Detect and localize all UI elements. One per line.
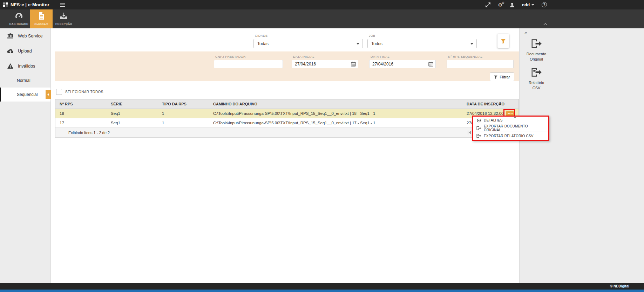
- cnpj-label: CNPJ PRESTADOR: [214, 55, 283, 58]
- data-final-input[interactable]: [369, 60, 436, 68]
- filtrar-button[interactable]: Filtrar: [490, 72, 514, 81]
- fullscreen-icon[interactable]: [486, 2, 490, 7]
- topbar-actions: ⚙⚙ ndd ?: [486, 2, 547, 7]
- rps-sequencial-field-group: N° RPS SEQUENCIAL: [447, 55, 514, 68]
- cell-serie: Seq1: [107, 109, 158, 118]
- menu-icon[interactable]: [60, 3, 65, 7]
- rps-sequencial-input[interactable]: [447, 60, 514, 68]
- copyright-text: © NDDigital: [610, 284, 629, 288]
- data-inicial-input[interactable]: [292, 60, 358, 68]
- app-logo-icon: [3, 2, 8, 7]
- menu-item-label: EXPORTAR DOCUMENTO ORIGINAL: [484, 124, 545, 132]
- select-all-label: SELECIONAR TODOS: [65, 90, 103, 94]
- settings-gears-icon[interactable]: ⚙⚙: [498, 2, 502, 7]
- sidebar-item-sequencial[interactable]: Sequencial: [0, 88, 50, 102]
- column-header-caminho[interactable]: CAMINHO DO ARQUIVO: [209, 99, 462, 109]
- filter-panel: CNPJ PRESTADOR DATA INICIAL DATA FINAL: [55, 51, 519, 81]
- export-doc-label-line1: Documento: [520, 51, 553, 57]
- column-header-data-insercao[interactable]: DATA DE INSERÇÃO: [462, 99, 518, 109]
- document-icon: [39, 12, 45, 21]
- cell-tipo: 1: [158, 109, 209, 118]
- content: CIDADE Todas JOB Todos CNPJ PRESTADOR DA…: [51, 28, 519, 283]
- menu-item-detalhes[interactable]: DETALHES: [473, 117, 548, 124]
- grid-header: Nº RPS SÉRIE TIPO DA RPS CAMINHO DO ARQU…: [55, 99, 518, 109]
- rps-sequencial-label: N° RPS SEQUENCIAL: [447, 55, 514, 58]
- filter-toggle-button[interactable]: [497, 34, 509, 48]
- gauge-icon: [15, 12, 23, 21]
- export-csv-icon: [531, 72, 542, 78]
- collapse-right-panel-icon[interactable]: »: [524, 30, 527, 35]
- sidebar-item-normal[interactable]: Normal: [0, 74, 50, 88]
- tab-recepcao[interactable]: RECEPÇÃO: [53, 9, 75, 28]
- topbar: NFS-e | e-Monitor ⚙⚙ ndd ?: [0, 0, 644, 9]
- cidade-select[interactable]: Todas: [253, 39, 363, 48]
- grid-footer: Exibindo itens 1 - 2 de 2: [55, 128, 518, 137]
- first-page-icon[interactable]: [467, 131, 472, 135]
- menu-item-label: DETALHES: [484, 118, 503, 122]
- export-document-icon: [531, 43, 542, 49]
- job-select[interactable]: Todos: [367, 39, 477, 48]
- sidebar: Web Service Upload Inválidos Normal Sequ…: [0, 28, 51, 283]
- calendar-icon[interactable]: [428, 62, 433, 68]
- cell-nrps: 18: [55, 109, 107, 118]
- cell-data-text: 27/04/2016 12:32:00: [467, 111, 504, 116]
- export-csv-label-line1: Relatório: [520, 80, 553, 85]
- export-csv-icon: [476, 134, 481, 138]
- funnel-icon: [501, 39, 506, 44]
- column-header-serie[interactable]: SÉRIE: [107, 99, 158, 109]
- sidebar-item-label: Inválidos: [18, 64, 35, 69]
- export-document-icon: [476, 126, 481, 130]
- chevron-down-icon: [531, 4, 534, 6]
- results-grid: Nº RPS SÉRIE TIPO DA RPS CAMINHO DO ARQU…: [55, 99, 519, 138]
- bottom-accent-line: [0, 290, 644, 292]
- inbox-download-icon: [60, 12, 68, 21]
- app-title: NFS-e | e-Monitor: [11, 2, 49, 7]
- details-icon: [476, 118, 481, 123]
- user-name: ndd: [522, 2, 530, 7]
- warning-icon: [7, 63, 14, 69]
- data-inicial-label: DATA INICIAL: [292, 55, 358, 58]
- sidebar-item-invalidos[interactable]: Inválidos: [0, 58, 50, 74]
- sidebar-item-label: Upload: [18, 49, 32, 54]
- column-header-nrps[interactable]: Nº RPS: [55, 99, 107, 109]
- cidade-field-group: CIDADE Todas: [253, 34, 363, 48]
- job-field-group: JOB Todos: [367, 34, 477, 48]
- data-inicial-field-group: DATA INICIAL: [292, 55, 358, 68]
- scroll-up-icon[interactable]: [514, 116, 516, 118]
- cell-nrps: 17: [55, 118, 107, 127]
- cell-caminho: C:\Tools\Input\Pirassununga-SP\5.00\TXT\…: [209, 118, 462, 127]
- table-row[interactable]: 18 Seq1 1 C:\Tools\Input\Pirassununga-SP…: [55, 109, 518, 118]
- cnpj-input[interactable]: [214, 60, 283, 68]
- export-documento-original-button[interactable]: Documento Original: [520, 39, 553, 62]
- chevron-down-icon: [470, 43, 473, 45]
- job-label: JOB: [367, 34, 477, 37]
- sidebar-item-label: Web Service: [18, 34, 43, 39]
- cell-serie: Seq1: [107, 118, 158, 127]
- menu-item-exportar-documento-original[interactable]: EXPORTAR DOCUMENTO ORIGINAL: [473, 124, 548, 132]
- active-item-marker-icon: [46, 90, 51, 99]
- tab-label: DASHBOARD: [9, 22, 28, 26]
- cidade-label: CIDADE: [253, 34, 363, 37]
- export-csv-label-line2: CSV: [520, 85, 553, 91]
- main-area: Web Service Upload Inválidos Normal Sequ…: [0, 28, 644, 283]
- table-row[interactable]: 17 Seq1 1 C:\Tools\Input\Pirassununga-SP…: [55, 118, 518, 128]
- collapse-ribbon-icon[interactable]: [543, 20, 547, 27]
- bank-icon: [7, 33, 14, 39]
- help-icon[interactable]: ?: [542, 2, 547, 7]
- user-icon[interactable]: [510, 2, 515, 7]
- cell-caminho: C:\Tools\Input\Pirassununga-SP\5.00\TXT\…: [209, 109, 462, 118]
- sidebar-item-upload[interactable]: Upload: [0, 43, 50, 58]
- sidebar-item-label: Sequencial: [17, 92, 38, 97]
- right-panel: » Documento Original Relatório CSV: [519, 28, 644, 283]
- export-relatorio-csv-button[interactable]: Relatório CSV: [520, 68, 553, 91]
- cnpj-field-group: CNPJ PRESTADOR: [214, 55, 283, 68]
- column-header-tipo[interactable]: TIPO DA RPS: [158, 99, 209, 109]
- tab-emissao[interactable]: EMISSÃO: [30, 9, 53, 28]
- menu-item-exportar-relatorio-csv[interactable]: EXPORTAR RELATÓRIO CSV: [473, 132, 548, 140]
- tab-dashboard[interactable]: DASHBOARD: [8, 9, 30, 28]
- calendar-icon[interactable]: [351, 62, 356, 68]
- user-menu[interactable]: ndd: [522, 2, 534, 7]
- select-all-checkbox[interactable]: [56, 89, 62, 95]
- sidebar-item-web-service[interactable]: Web Service: [0, 28, 50, 43]
- ribbon-toolbar: DASHBOARD EMISSÃO RECEPÇÃO: [0, 9, 644, 28]
